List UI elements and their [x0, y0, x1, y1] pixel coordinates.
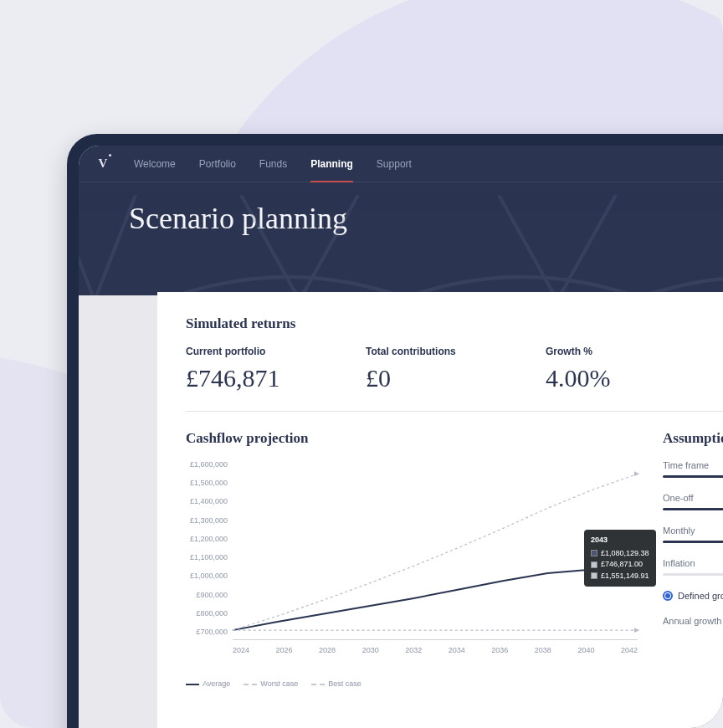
nav-item-funds[interactable]: Funds: [259, 146, 287, 182]
assumption-label: Annual growth: [663, 616, 723, 626]
tooltip-row: £1,080,129.38: [591, 548, 649, 560]
y-tick-label: £1,100,000: [186, 553, 228, 561]
stat-label: Growth %: [546, 346, 723, 357]
x-tick-label: 2028: [319, 646, 336, 654]
slider-track[interactable]: [663, 573, 723, 576]
chart-tooltip: 2043 £1,080,129.38£746,871.00£1,551,149.…: [584, 530, 656, 587]
content-panel: Simulated returns Current portfolio£746,…: [157, 292, 723, 728]
assumption-time-frame: Time frame: [663, 460, 723, 478]
tooltip-year: 2043: [591, 535, 649, 546]
slider-track[interactable]: [663, 475, 723, 478]
chart-plot-area: 2043 £1,080,129.38£746,871.00£1,551,149.…: [233, 464, 638, 640]
assumption-monthly: Monthly: [663, 525, 723, 543]
hero-banner: Scenario planning: [79, 182, 723, 295]
x-tick-label: 2032: [405, 646, 422, 654]
slider-track[interactable]: [663, 541, 723, 543]
stat-block: Current portfolio£746,871: [186, 346, 366, 392]
nav-item-planning[interactable]: Planning: [310, 146, 353, 182]
x-tick-label: 2042: [621, 646, 638, 654]
x-tick-label: 2026: [276, 646, 293, 654]
x-tick-label: 2038: [535, 646, 551, 654]
svg-line-0: [79, 195, 136, 295]
app-logo-icon: V: [95, 156, 110, 172]
radio-defined-growth[interactable]: [663, 591, 673, 601]
tablet-frame: V WelcomePortfolioFundsPlanningSupport ✦…: [67, 134, 723, 728]
slider-track[interactable]: [663, 508, 723, 510]
legend-item: Average: [186, 679, 230, 688]
stats-row: Current portfolio£746,871Total contribut…: [186, 346, 723, 412]
assumptions-section: Assumptions Time frameOne-offMonthlyInfl…: [663, 430, 723, 688]
chart-series-best-case: [233, 474, 638, 630]
simulated-returns-title: Simulated returns: [186, 315, 723, 332]
x-tick-label: 2040: [577, 646, 594, 654]
x-axis-labels: 2024202620282030203220342036203820402042: [233, 646, 638, 654]
y-tick-label: £1,300,000: [186, 516, 228, 525]
radio-label: Defined growth: [678, 591, 723, 601]
x-tick-label: 2036: [491, 646, 508, 654]
assumption-label: One-off: [663, 493, 723, 503]
y-tick-label: £700,000: [186, 628, 228, 636]
top-bar: V WelcomePortfolioFundsPlanningSupport ✦…: [79, 146, 723, 182]
y-axis-labels: £1,600,000£1,500,000£1,400,000£1,300,000…: [186, 460, 228, 636]
legend-item: Worst case: [244, 679, 298, 688]
tooltip-row: £1,551,149.91: [591, 571, 649, 582]
tooltip-row: £746,871.00: [591, 559, 649, 571]
chart-legend: AverageWorst caseBest case: [186, 679, 638, 688]
stat-value: £746,871: [186, 364, 366, 392]
stat-block: Growth %4.00%: [546, 346, 723, 392]
y-tick-label: £1,600,000: [186, 460, 228, 469]
nav-item-welcome[interactable]: Welcome: [134, 146, 176, 182]
x-tick-label: 2024: [233, 646, 249, 654]
stat-value: £0: [366, 364, 546, 392]
stat-block: Total contributions£0: [366, 346, 546, 392]
growth-mode-radios: Defined growthDefi: [663, 591, 723, 601]
y-tick-label: £1,000,000: [186, 572, 228, 580]
assumption-one-off: One-off: [663, 493, 723, 510]
assumption-label: Monthly: [663, 525, 723, 536]
cashflow-chart: £1,600,000£1,500,000£1,400,000£1,300,000…: [186, 460, 638, 669]
y-tick-label: £800,000: [186, 609, 228, 618]
nav-item-support[interactable]: Support: [377, 146, 412, 182]
y-tick-label: £1,200,000: [186, 535, 228, 543]
assumptions-title: Assumptions: [663, 430, 723, 447]
assumption-annual-growth: Annual growth: [663, 616, 723, 631]
assumption-label: Inflation: [663, 558, 723, 568]
x-tick-label: 2034: [449, 646, 465, 654]
chart-series-average: [233, 566, 638, 630]
chart-section: Cashflow projection £1,600,000£1,500,000…: [186, 430, 638, 688]
y-tick-label: £900,000: [186, 591, 228, 599]
main-nav: WelcomePortfolioFundsPlanningSupport: [134, 146, 412, 182]
hero-art: [79, 195, 723, 295]
assumption-label: Time frame: [663, 460, 723, 470]
legend-item: Best case: [311, 679, 362, 688]
app-screen: V WelcomePortfolioFundsPlanningSupport ✦…: [79, 146, 723, 728]
assumption-inflation: Inflation: [663, 558, 723, 576]
stat-value: 4.00%: [546, 364, 723, 392]
stat-label: Total contributions: [366, 346, 546, 357]
y-tick-label: £1,400,000: [186, 497, 228, 505]
nav-item-portfolio[interactable]: Portfolio: [199, 146, 236, 182]
y-tick-label: £1,500,000: [186, 479, 228, 487]
chart-title: Cashflow projection: [186, 430, 638, 447]
x-tick-label: 2030: [362, 646, 379, 654]
stat-label: Current portfolio: [186, 346, 366, 357]
